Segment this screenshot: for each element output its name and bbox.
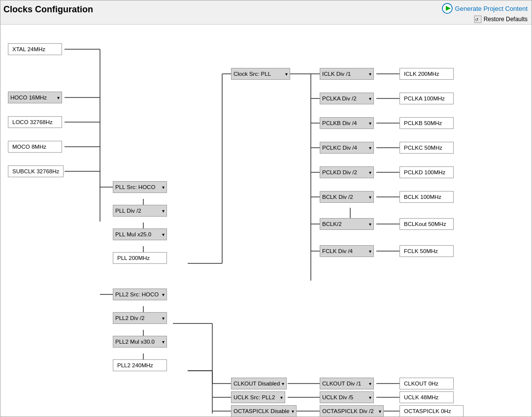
subclk-node: SUBCLK 32768Hz xyxy=(8,165,64,177)
pll-out-box: PLL 200MHz xyxy=(113,252,167,264)
uclk-src-dropdown[interactable]: UCLK Src: PLL2 ▾ xyxy=(231,391,285,403)
uclk-div-dropdown[interactable]: UCLK Div /5 ▾ xyxy=(320,391,374,403)
octaspi-div-dropdown[interactable]: OCTASPICLK Div /2 ▾ xyxy=(320,405,384,417)
pclkc-div-dropdown[interactable]: PCLKC Div /4 ▾ xyxy=(320,142,374,154)
iclk-out-node: ICLK 200MHz xyxy=(399,68,454,80)
iclk-out-box: ICLK 200MHz xyxy=(399,68,454,80)
pclkd-div-node[interactable]: PCLKD Div /2 ▾ xyxy=(320,166,374,178)
main-canvas: XTAL 24MHz HOCO 16MHz ▾ LOCO 32768Hz MOC… xyxy=(0,25,532,417)
bclk2-dropdown[interactable]: BCLK/2 ▾ xyxy=(320,218,374,230)
restore-icon: ↺ xyxy=(474,15,482,23)
loco-box: LOCO 32768Hz xyxy=(8,116,62,128)
octaspi-dis-node[interactable]: OCTASPICLK Disable ▾ xyxy=(231,405,297,417)
pll-src-node[interactable]: PLL Src: HOCO ▾ xyxy=(113,181,167,193)
pclkc-out-box: PCLKC 50MHz xyxy=(399,142,454,154)
pclkc-div-node[interactable]: PCLKC Div /4 ▾ xyxy=(320,142,374,154)
pclka-out-node: PCLKA 100MHz xyxy=(399,93,454,104)
octaspi-out-node: OCTASPICLK 0Hz xyxy=(399,405,464,417)
pclka-div-node[interactable]: PCLKA Div /2 ▾ xyxy=(320,93,374,104)
pll2-src-dropdown[interactable]: PLL2 Src: HOCO ▾ xyxy=(113,289,167,300)
header: Clocks Configuration Generate Project Co… xyxy=(0,0,532,25)
bclk-div-dropdown[interactable]: BCLK Div /2 ▾ xyxy=(320,191,374,203)
bclk-out-box: BCLK 100MHz xyxy=(399,191,454,203)
fclk-out-node: FCLK 50MHz xyxy=(399,245,454,257)
pll-out-node: PLL 200MHz xyxy=(113,252,167,264)
uclk-div-node[interactable]: UCLK Div /5 ▾ xyxy=(320,391,374,403)
clkout-out-node: CLKOUT 0Hz xyxy=(399,378,454,389)
pclkb-div-node[interactable]: PCLKB Div /4 ▾ xyxy=(320,117,374,129)
octaspi-dis-dropdown[interactable]: OCTASPICLK Disable ▾ xyxy=(231,405,297,417)
pclkb-out-node: PCLKB 50MHz xyxy=(399,117,454,129)
pll2-out-box: PLL2 240MHz xyxy=(113,359,167,371)
hoco-node[interactable]: HOCO 16MHz ▾ xyxy=(8,92,62,103)
bclkout-node: BCLKout 50MHz xyxy=(399,218,454,230)
xtal-box: XTAL 24MHz xyxy=(8,43,62,55)
clock-src-node[interactable]: Clock Src: PLL ▾ xyxy=(231,68,290,80)
clkout-div-node[interactable]: CLKOUT Div /1 ▾ xyxy=(320,378,374,389)
pclka-out-box: PCLKA 100MHz xyxy=(399,93,454,104)
pll2-div-node[interactable]: PLL2 Div /2 ▾ xyxy=(113,312,167,324)
loco-node: LOCO 32768Hz xyxy=(8,116,62,128)
uclk-out-node: UCLK 48MHz xyxy=(399,391,454,403)
pll2-out-node: PLL2 240MHz xyxy=(113,359,167,371)
app-window: Clocks Configuration Generate Project Co… xyxy=(0,0,532,417)
clock-diagram: XTAL 24MHz HOCO 16MHz ▾ LOCO 32768Hz MOC… xyxy=(5,30,523,417)
hoco-arrow: ▾ xyxy=(57,95,60,100)
pclkd-out-box: PCLKD 100MHz xyxy=(399,166,454,178)
subclk-box: SUBCLK 32768Hz xyxy=(8,165,64,177)
fclk-out-box: FCLK 50MHz xyxy=(399,245,454,257)
pll-src-dropdown[interactable]: PLL Src: HOCO ▾ xyxy=(113,181,167,193)
octaspi-div-node[interactable]: OCTASPICLK Div /2 ▾ xyxy=(320,405,384,417)
pclkb-div-dropdown[interactable]: PCLKB Div /4 ▾ xyxy=(320,117,374,129)
bclk-div-node[interactable]: BCLK Div /2 ▾ xyxy=(320,191,374,203)
restore-button[interactable]: ↺ Restore Defaults xyxy=(474,15,528,23)
clkout-out-box: CLKOUT 0Hz xyxy=(399,378,454,389)
pclkd-div-dropdown[interactable]: PCLKD Div /2 ▾ xyxy=(320,166,374,178)
clock-src-dropdown[interactable]: Clock Src: PLL ▾ xyxy=(231,68,290,80)
generate-button[interactable]: Generate Project Content xyxy=(441,2,528,14)
xtal-node: XTAL 24MHz xyxy=(8,43,62,55)
iclk-div-dropdown[interactable]: ICLK Div /1 ▾ xyxy=(320,68,374,80)
hoco-dropdown[interactable]: HOCO 16MHz ▾ xyxy=(8,92,62,103)
fclk-div-dropdown[interactable]: FCLK Div /4 ▾ xyxy=(320,245,374,257)
moco-node: MOCO 8MHz xyxy=(8,141,62,153)
pclkc-out-node: PCLKC 50MHz xyxy=(399,142,454,154)
clkout-div-dropdown[interactable]: CLKOUT Div /1 ▾ xyxy=(320,378,374,389)
pll2-src-node[interactable]: PLL2 Src: HOCO ▾ xyxy=(113,289,167,300)
page-title: Clocks Configuration xyxy=(3,2,93,15)
pll-mul-node[interactable]: PLL Mul x25.0 ▾ xyxy=(113,228,167,240)
bclk2-node[interactable]: BCLK/2 ▾ xyxy=(320,218,374,230)
pclkb-out-box: PCLKB 50MHz xyxy=(399,117,454,129)
pll-mul-dropdown[interactable]: PLL Mul x25.0 ▾ xyxy=(113,228,167,240)
pclkd-out-node: PCLKD 100MHz xyxy=(399,166,454,178)
pll2-mul-node[interactable]: PLL2 Mul x30.0 ▾ xyxy=(113,336,167,348)
pll2-mul-dropdown[interactable]: PLL2 Mul x30.0 ▾ xyxy=(113,336,167,348)
iclk-div-node[interactable]: ICLK Div /1 ▾ xyxy=(320,68,374,80)
clkout-dis-node[interactable]: CLKOUT Disabled ▾ xyxy=(231,378,287,389)
bclk-out-node: BCLK 100MHz xyxy=(399,191,454,203)
pll-div-dropdown[interactable]: PLL Div /2 ▾ xyxy=(113,205,167,217)
svg-text:↺: ↺ xyxy=(475,17,479,22)
pclka-div-dropdown[interactable]: PCLKA Div /2 ▾ xyxy=(320,93,374,104)
header-actions: Generate Project Content ↺ Restore Defau… xyxy=(441,2,528,23)
pll-div-node[interactable]: PLL Div /2 ▾ xyxy=(113,205,167,217)
uclk-out-box: UCLK 48MHz xyxy=(399,391,454,403)
bclkout-box: BCLKout 50MHz xyxy=(399,218,454,230)
pll2-div-dropdown[interactable]: PLL2 Div /2 ▾ xyxy=(113,312,167,324)
octaspi-out-box: OCTASPICLK 0Hz xyxy=(399,405,464,417)
fclk-div-node[interactable]: FCLK Div /4 ▾ xyxy=(320,245,374,257)
uclk-src-node[interactable]: UCLK Src: PLL2 ▾ xyxy=(231,391,285,403)
moco-box: MOCO 8MHz xyxy=(8,141,62,153)
generate-icon xyxy=(441,2,453,14)
clkout-dis-dropdown[interactable]: CLKOUT Disabled ▾ xyxy=(231,378,287,389)
